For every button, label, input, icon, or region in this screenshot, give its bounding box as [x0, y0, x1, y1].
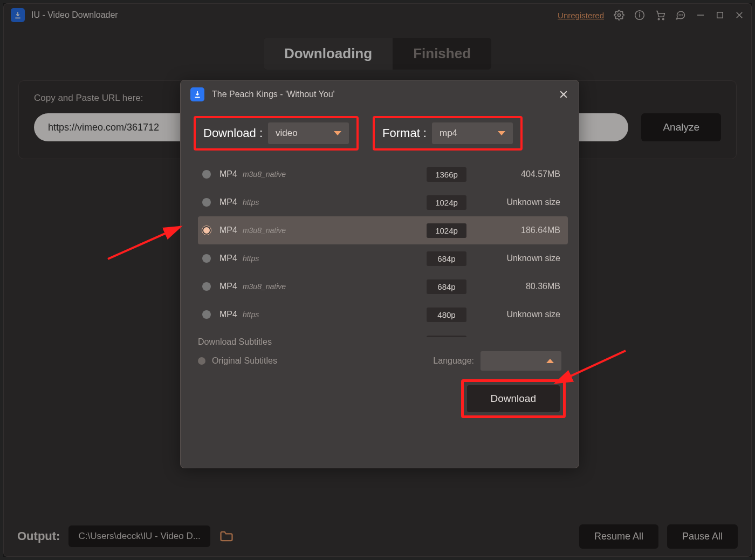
app-title: IU - Video Downloader: [31, 10, 118, 20]
gear-icon[interactable]: [614, 10, 624, 21]
quality-row[interactable]: MP4m3u8_native1024p186.64MB: [198, 216, 568, 244]
download-button-highlight: Download: [461, 379, 566, 418]
svg-point-0: [618, 14, 621, 17]
original-subtitles-label: Original Subtitles: [212, 356, 277, 366]
row-format: MP4: [219, 197, 237, 207]
row-resolution: 1024p: [427, 223, 466, 238]
download-type-group: Download : video: [194, 116, 359, 151]
row-size: 404.57MB: [479, 169, 560, 179]
row-protocol: https: [243, 310, 259, 319]
row-format: MP4: [219, 169, 237, 179]
modal-title: The Peach Kings - 'Without You': [212, 90, 335, 99]
download-type-label: Download :: [203, 126, 263, 140]
maximize-icon[interactable]: [715, 10, 725, 20]
chevron-down-icon: [498, 131, 505, 135]
row-protocol: m3u8_native: [243, 282, 286, 291]
quality-row[interactable]: MP4m3u8_native684p80.36MB: [198, 272, 568, 301]
quality-list[interactable]: MP4m3u8_native1366p404.57MBMP4https1024p…: [181, 160, 579, 337]
format-dropdown[interactable]: mp4: [432, 122, 513, 144]
format-value: mp4: [440, 128, 457, 139]
resume-all-button[interactable]: Resume All: [579, 524, 658, 549]
language-label: Language:: [433, 356, 474, 366]
row-size: Unknown size: [479, 254, 560, 263]
row-format: MP4: [219, 254, 237, 263]
info-icon[interactable]: [634, 10, 645, 21]
language-dropdown[interactable]: [481, 351, 561, 371]
row-resolution: 684p: [427, 251, 466, 266]
svg-point-8: [682, 15, 683, 15]
quality-radio[interactable]: [202, 254, 211, 263]
unregistered-link[interactable]: Unregistered: [558, 11, 604, 20]
chat-icon[interactable]: [675, 10, 686, 21]
row-format: MP4: [219, 226, 237, 235]
analyze-button[interactable]: Analyze: [641, 113, 721, 141]
titlebar: IU - Video Downloader Unregistered: [3, 3, 752, 27]
original-subtitles-radio[interactable]: [198, 357, 205, 365]
row-format: MP4: [219, 282, 237, 291]
svg-point-4: [658, 18, 660, 20]
row-size: Unknown size: [479, 197, 560, 207]
quality-radio[interactable]: [202, 226, 211, 235]
format-group: Format : mp4: [373, 116, 523, 151]
row-resolution: 480p: [427, 336, 466, 338]
minimize-icon[interactable]: [696, 10, 705, 20]
quality-radio[interactable]: [202, 170, 211, 179]
svg-point-6: [679, 15, 680, 15]
quality-row[interactable]: MP4m3u8_native1366p404.57MB: [198, 160, 568, 188]
download-type-value: video: [276, 128, 298, 139]
row-resolution: 1024p: [427, 195, 466, 210]
row-protocol: m3u8_native: [243, 226, 286, 235]
row-resolution: 1366p: [427, 167, 466, 182]
quality-row[interactable]: MP4https1024pUnknown size: [198, 188, 568, 216]
main-tabs: Downloading Finished: [3, 38, 752, 70]
footer: Output: C:\Users\decck\IU - Video D... R…: [3, 520, 752, 552]
row-size: 186.64MB: [479, 226, 560, 235]
svg-point-5: [663, 18, 664, 20]
quality-radio[interactable]: [202, 310, 211, 319]
svg-point-7: [681, 15, 681, 15]
quality-row[interactable]: MP4https480pUnknown size: [198, 301, 568, 329]
row-protocol: https: [243, 254, 259, 263]
chevron-up-icon: [546, 359, 554, 363]
row-protocol: https: [243, 198, 259, 207]
row-protocol: m3u8_native: [243, 170, 286, 179]
close-icon[interactable]: [735, 10, 744, 20]
download-button[interactable]: Download: [467, 385, 560, 412]
subtitles-header: Download Subtitles: [198, 337, 561, 347]
folder-icon[interactable]: [219, 529, 234, 544]
app-logo-icon: [11, 8, 25, 22]
output-label: Output:: [17, 529, 60, 543]
tab-finished[interactable]: Finished: [393, 38, 491, 70]
format-label: Format :: [382, 126, 427, 140]
quality-row[interactable]: MP4https684pUnknown size: [198, 244, 568, 272]
row-resolution: 684p: [427, 279, 466, 294]
row-size: Unknown size: [479, 310, 560, 319]
download-options-modal: The Peach Kings - 'Without You' Download…: [180, 80, 579, 468]
chevron-down-icon: [334, 131, 341, 135]
row-size: 80.36MB: [479, 282, 560, 291]
svg-point-3: [640, 12, 640, 13]
output-path[interactable]: C:\Users\decck\IU - Video D...: [68, 525, 210, 547]
quality-radio[interactable]: [202, 282, 211, 291]
modal-logo-icon: [190, 87, 204, 101]
row-resolution: 480p: [427, 308, 466, 322]
download-type-dropdown[interactable]: video: [268, 122, 349, 144]
row-format: MP4: [219, 310, 237, 319]
pause-all-button[interactable]: Pause All: [667, 524, 738, 549]
quality-row[interactable]: MP4m3u8_native480p42.06MB: [198, 329, 568, 337]
tab-downloading[interactable]: Downloading: [264, 38, 393, 70]
svg-rect-10: [717, 12, 723, 18]
subtitles-section: Download Subtitles Original Subtitles La…: [181, 337, 579, 371]
modal-close-icon[interactable]: [558, 89, 569, 100]
quality-radio[interactable]: [202, 198, 211, 207]
cart-icon[interactable]: [655, 10, 665, 21]
